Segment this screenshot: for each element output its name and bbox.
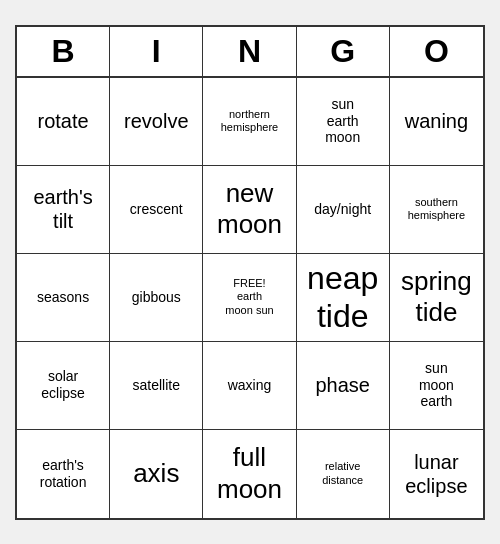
bingo-cell-4[interactable]: waning xyxy=(390,78,483,166)
bingo-cell-11[interactable]: gibbous xyxy=(110,254,203,342)
bingo-cell-8[interactable]: day/night xyxy=(297,166,390,254)
bingo-cell-10[interactable]: seasons xyxy=(17,254,110,342)
header-letter-b: B xyxy=(17,27,110,76)
bingo-cell-14[interactable]: spring tide xyxy=(390,254,483,342)
bingo-cell-24[interactable]: lunar eclipse xyxy=(390,430,483,518)
bingo-cell-7[interactable]: new moon xyxy=(203,166,296,254)
bingo-cell-13[interactable]: neap tide xyxy=(297,254,390,342)
bingo-cell-23[interactable]: relative distance xyxy=(297,430,390,518)
bingo-cell-1[interactable]: revolve xyxy=(110,78,203,166)
bingo-cell-0[interactable]: rotate xyxy=(17,78,110,166)
bingo-cell-3[interactable]: sun earth moon xyxy=(297,78,390,166)
bingo-cell-5[interactable]: earth's tilt xyxy=(17,166,110,254)
bingo-cell-20[interactable]: earth's rotation xyxy=(17,430,110,518)
bingo-cell-12[interactable]: FREE! earth moon sun xyxy=(203,254,296,342)
bingo-cell-19[interactable]: sun moon earth xyxy=(390,342,483,430)
bingo-cell-2[interactable]: northern hemisphere xyxy=(203,78,296,166)
bingo-cell-16[interactable]: satellite xyxy=(110,342,203,430)
bingo-header: BINGO xyxy=(17,27,483,78)
bingo-cell-22[interactable]: full moon xyxy=(203,430,296,518)
bingo-cell-21[interactable]: axis xyxy=(110,430,203,518)
header-letter-i: I xyxy=(110,27,203,76)
bingo-card: BINGO rotaterevolvenorthern hemispheresu… xyxy=(15,25,485,520)
header-letter-g: G xyxy=(297,27,390,76)
header-letter-n: N xyxy=(203,27,296,76)
bingo-grid: rotaterevolvenorthern hemispheresun eart… xyxy=(17,78,483,518)
bingo-cell-15[interactable]: solar eclipse xyxy=(17,342,110,430)
bingo-cell-6[interactable]: crescent xyxy=(110,166,203,254)
bingo-cell-9[interactable]: southern hemisphere xyxy=(390,166,483,254)
bingo-cell-17[interactable]: waxing xyxy=(203,342,296,430)
bingo-cell-18[interactable]: phase xyxy=(297,342,390,430)
header-letter-o: O xyxy=(390,27,483,76)
